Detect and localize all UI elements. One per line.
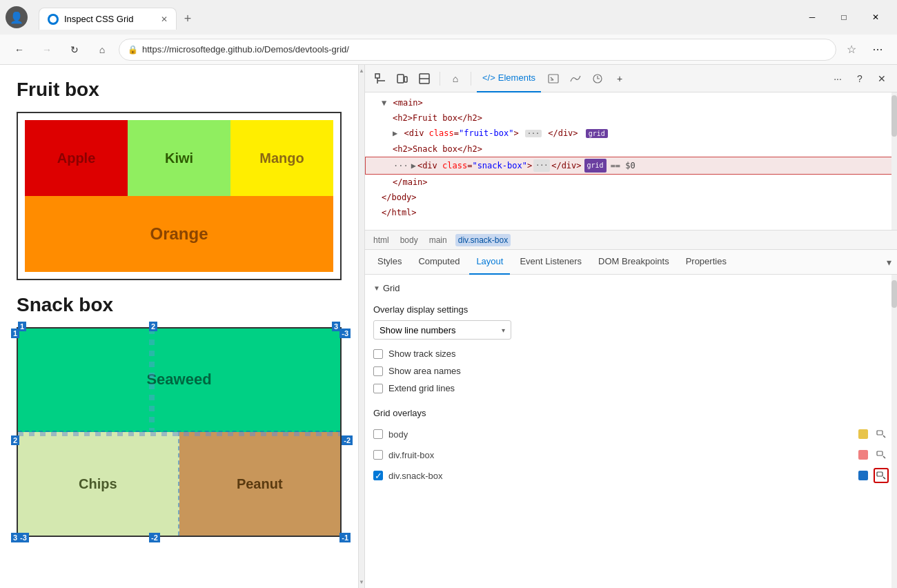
section-collapse-arrow[interactable]: ▼ <box>373 284 380 292</box>
fruit-box-overlay-icon-btn[interactable] <box>874 447 889 462</box>
grid-overlays-title: Grid overlays <box>373 408 889 418</box>
active-tab[interactable]: Inspect CSS Grid ✕ <box>39 8 177 30</box>
grid-badge-fruit: grid <box>586 129 608 138</box>
main-content: Fruit box Apple Kiwi Mango Orange Snack … <box>0 65 897 588</box>
layout-tab[interactable]: Layout <box>469 250 510 275</box>
fruit-box-container: Apple Kiwi Mango Orange <box>17 112 342 280</box>
close-button[interactable]: ✕ <box>860 6 891 28</box>
dollar-sign: == $0 <box>611 159 635 172</box>
more-options-button[interactable]: ··· <box>867 39 889 61</box>
forward-button[interactable]: → <box>36 39 58 61</box>
elements-tab-label: Elements <box>498 72 535 83</box>
overflow-tab-button[interactable]: ▾ <box>887 257 891 268</box>
device-toolbar-button[interactable] <box>393 69 412 88</box>
tab-favicon <box>48 14 59 25</box>
html-tree-scrollbar-thumb[interactable] <box>891 95 897 137</box>
html-html-close-line[interactable]: </html> <box>365 205 897 220</box>
expand-fruit-icon[interactable]: ▶ <box>393 128 397 138</box>
minimize-button[interactable]: ─ <box>796 6 828 28</box>
nav-bar: ← → ↻ ⌂ 🔒 https://microsoftedge.github.i… <box>0 35 897 65</box>
fruit-box-overlay-row: div.fruit-box <box>373 444 889 465</box>
body-overlay-label: body <box>388 429 853 440</box>
snack-box-overlay-checkbox[interactable]: ✓ <box>373 471 383 480</box>
fruit-box-color-swatch[interactable] <box>858 450 868 460</box>
apple-cell: Apple <box>25 120 128 196</box>
grid-section-header[interactable]: ▼ Grid <box>373 280 889 296</box>
dock-button[interactable] <box>415 69 434 88</box>
grid-section: ▼ Grid Overlay display settings Show lin… <box>365 275 897 491</box>
panel-scrollbar-thumb[interactable] <box>891 280 897 308</box>
html-h2-snack-line[interactable]: <h2>Snack box</h2> <box>365 141 897 157</box>
computed-tab[interactable]: Computed <box>411 250 466 275</box>
snack-box-overlay-icon-btn[interactable] <box>874 468 889 483</box>
webpage-panel: Fruit box Apple Kiwi Mango Orange Snack … <box>0 65 359 588</box>
expand-snack-icon[interactable]: ▶ <box>411 159 416 172</box>
window-control-left: 👤 <box>6 6 28 28</box>
devtools-toolbar: ⌂ </> Elements + ··· ? ✕ <box>365 65 897 92</box>
show-track-sizes-row: Show track sizes <box>373 345 889 362</box>
performance-icon[interactable] <box>588 69 607 88</box>
html-main-line[interactable]: ▼ <main> <box>365 95 897 110</box>
html-tree: ▼ <main> <h2>Fruit box</h2> ▶ <div class… <box>365 92 897 231</box>
grid-badge-snack: grid <box>584 159 607 173</box>
breadcrumb-bar: html body main div.snack-box <box>365 231 897 250</box>
show-area-names-checkbox[interactable] <box>373 366 383 376</box>
body-overlay-icon-btn[interactable] <box>874 427 889 442</box>
maximize-button[interactable]: □ <box>828 6 860 28</box>
html-div-fruit-line[interactable]: ▶ <div class="fruit-box"> ··· </div> gri… <box>365 126 897 141</box>
new-tab-button[interactable]: + <box>177 8 199 30</box>
refresh-button[interactable]: ↻ <box>63 39 86 61</box>
extend-grid-lines-label: Extend grid lines <box>388 383 455 393</box>
elements-tab[interactable]: </> Elements <box>477 65 541 92</box>
body-overlay-checkbox[interactable] <box>373 429 383 439</box>
home-button[interactable]: ⌂ <box>91 39 113 61</box>
user-icon[interactable]: 👤 <box>6 6 28 28</box>
breadcrumb-html[interactable]: html <box>371 234 392 246</box>
tab-close-button[interactable]: ✕ <box>161 14 168 24</box>
favorites-button[interactable]: ☆ <box>842 40 861 59</box>
properties-tab[interactable]: Properties <box>679 250 733 275</box>
svg-rect-5 <box>404 77 407 82</box>
dom-breakpoints-tab[interactable]: DOM Breakpoints <box>591 250 676 275</box>
style-tab-row: Styles Computed Layout Event Listeners D… <box>365 250 897 275</box>
body-color-swatch[interactable] <box>858 429 868 439</box>
html-div-snack-line[interactable]: ··· ▶ <div class="snack-box"> ··· </div>… <box>365 157 897 175</box>
scroll-up-btn[interactable]: ▲ <box>359 68 364 74</box>
breadcrumb-main[interactable]: main <box>426 234 450 246</box>
html-body-close-line[interactable]: </body> <box>365 190 897 205</box>
fruit-box-overlay-label: div.fruit-box <box>388 450 853 460</box>
overlay-dropdown[interactable]: Show line numbers ▾ <box>373 320 511 340</box>
grid-num-right-neg1: -1 <box>339 533 351 542</box>
more-options-devtools[interactable]: ··· <box>828 69 847 88</box>
dropdown-arrow-icon: ▾ <box>502 326 505 334</box>
title-bar: 👤 Inspect CSS Grid ✕ + ─ □ ✕ <box>0 0 897 35</box>
scroll-down-btn[interactable]: ▼ <box>359 579 364 585</box>
inspect-element-button[interactable] <box>371 69 390 88</box>
address-bar[interactable]: 🔒 https://microsoftedge.github.io/Demos/… <box>119 39 836 61</box>
html-tree-scrollbar[interactable] <box>891 92 897 230</box>
fruit-box-overlay-checkbox[interactable] <box>373 450 383 460</box>
breadcrumb-body[interactable]: body <box>397 234 421 246</box>
three-dots-icon[interactable]: ··· <box>393 159 408 172</box>
html-main-close-line[interactable]: </main> <box>365 175 897 190</box>
help-button[interactable]: ? <box>850 69 869 88</box>
network-tab-icon[interactable] <box>566 69 585 88</box>
show-track-sizes-checkbox[interactable] <box>373 349 383 359</box>
more-tools-button[interactable]: + <box>610 69 629 88</box>
address-url: https://microsoftedge.github.io/Demos/de… <box>142 44 827 55</box>
extend-grid-lines-checkbox[interactable] <box>373 384 383 393</box>
window-controls: ─ □ ✕ <box>796 6 891 28</box>
extend-grid-lines-row: Extend grid lines <box>373 380 889 397</box>
home-devtools-button[interactable]: ⌂ <box>446 69 465 88</box>
event-listeners-tab[interactable]: Event Listeners <box>513 250 589 275</box>
panel-scrollbar[interactable] <box>891 275 897 588</box>
console-tab-icon[interactable] <box>544 69 563 88</box>
fruit-box-title: Fruit box <box>17 79 342 101</box>
back-button[interactable]: ← <box>8 39 30 61</box>
expand-icon[interactable]: ▼ <box>382 98 386 108</box>
breadcrumb-snack-box[interactable]: div.snack-box <box>455 234 511 246</box>
html-h2-fruit-line[interactable]: <h2>Fruit box</h2> <box>365 110 897 126</box>
snack-box-color-swatch[interactable] <box>858 471 868 480</box>
styles-tab[interactable]: Styles <box>371 250 408 275</box>
close-devtools-button[interactable]: ✕ <box>872 69 891 88</box>
